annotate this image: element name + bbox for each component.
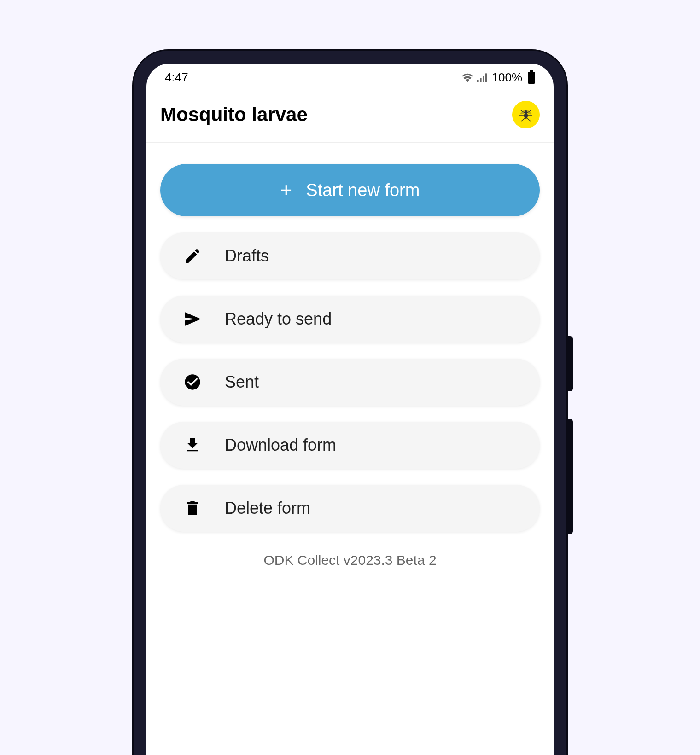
drafts-button[interactable]: Drafts (160, 232, 540, 279)
signal-icon (477, 73, 488, 82)
svg-line-10 (521, 117, 526, 121)
download-icon (179, 436, 206, 454)
ready-to-send-button[interactable]: Ready to send (160, 296, 540, 343)
delete-icon (179, 499, 206, 517)
check-circle-icon (179, 373, 206, 391)
menu-label: Download form (225, 436, 336, 455)
status-bar: 4:47 100% (146, 64, 554, 89)
main-content: + Start new form Drafts Read (146, 143, 554, 589)
status-time: 4:47 (165, 70, 188, 85)
page-title: Mosquito larvae (160, 104, 308, 126)
delete-form-button[interactable]: Delete form (160, 485, 540, 532)
svg-line-11 (526, 117, 531, 121)
plus-icon: + (280, 180, 292, 200)
primary-button-label: Start new form (306, 180, 420, 200)
profile-badge[interactable] (512, 101, 540, 128)
battery-percent: 100% (492, 70, 523, 85)
svg-rect-1 (480, 78, 482, 82)
status-right: 100% (461, 70, 536, 85)
svg-rect-3 (485, 73, 487, 82)
wifi-icon (461, 73, 473, 82)
phone-side-button-bottom (566, 419, 573, 534)
phone-side-button-top (566, 336, 573, 391)
download-form-button[interactable]: Download form (160, 422, 540, 469)
phone-screen: 4:47 100% (146, 64, 554, 755)
sent-button[interactable]: Sent (160, 359, 540, 406)
menu-label: Sent (225, 372, 259, 392)
send-icon (179, 310, 206, 328)
mosquito-icon (517, 105, 535, 124)
menu-label: Ready to send (225, 309, 332, 329)
app-header: Mosquito larvae (146, 89, 554, 143)
version-text: ODK Collect v2023.3 Beta 2 (160, 552, 540, 568)
edit-icon (179, 247, 206, 265)
phone-frame: 4:47 100% (134, 51, 566, 755)
svg-rect-0 (477, 80, 479, 82)
menu-label: Drafts (225, 246, 269, 266)
svg-rect-2 (483, 76, 484, 82)
battery-icon (528, 72, 535, 84)
menu-label: Delete form (225, 499, 310, 518)
start-new-form-button[interactable]: + Start new form (160, 164, 540, 216)
